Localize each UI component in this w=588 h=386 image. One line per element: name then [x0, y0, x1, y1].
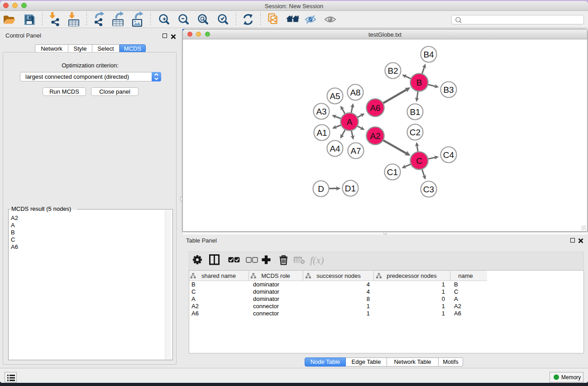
svg-text:C4: C4	[443, 150, 454, 160]
svg-text:A4: A4	[330, 144, 340, 153]
svg-text:C1: C1	[387, 167, 398, 177]
svg-text:C2: C2	[410, 128, 421, 137]
svg-text:B3: B3	[443, 85, 454, 95]
svg-text:B1: B1	[410, 107, 420, 117]
svg-text:A8: A8	[350, 88, 360, 97]
svg-text:C3: C3	[423, 185, 434, 194]
svg-text:A: A	[347, 117, 353, 127]
svg-text:D: D	[318, 184, 324, 194]
svg-text:A2: A2	[370, 131, 380, 141]
svg-text:A3: A3	[316, 107, 326, 116]
svg-text:C: C	[416, 156, 422, 166]
svg-text:A5: A5	[330, 91, 340, 101]
svg-text:B2: B2	[387, 66, 398, 76]
svg-text:f(x): f(x)	[310, 254, 324, 266]
svg-text:B: B	[416, 78, 422, 87]
svg-text:A7: A7	[350, 146, 361, 156]
svg-text:B4: B4	[423, 50, 434, 59]
svg-text:D1: D1	[345, 184, 356, 193]
svg-text:A6: A6	[370, 103, 380, 113]
svg-text:A1: A1	[316, 128, 327, 138]
